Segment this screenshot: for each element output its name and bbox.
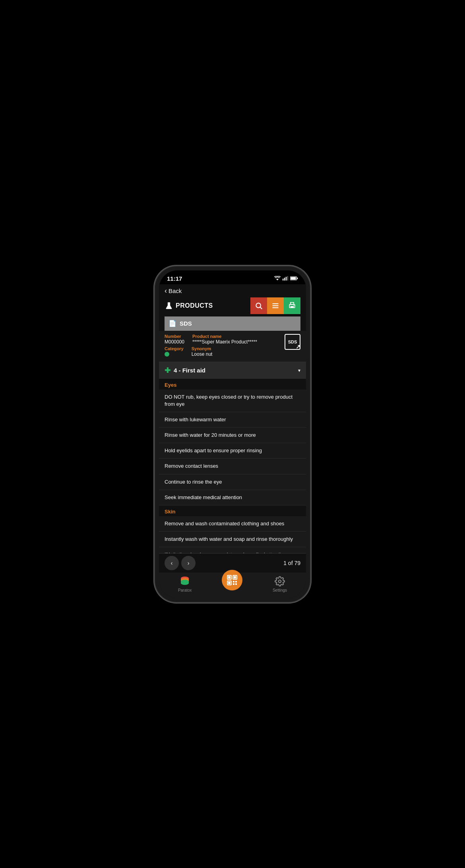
paratox-tab-label: Paratox <box>178 588 192 592</box>
list-item: Rinse with water for 20 minutes or more <box>159 428 306 443</box>
product-row: Number M000000 Product name *****Super M… <box>165 334 300 359</box>
svg-rect-7 <box>291 277 296 280</box>
product-info: Number M000000 Product name *****Super M… <box>159 331 306 362</box>
category-label: Category <box>165 346 184 351</box>
sds-tab-bar[interactable]: 📄 SDS <box>165 316 300 331</box>
brand-title-text: PRODUCTS <box>176 302 213 309</box>
status-time: 11:17 <box>167 275 182 282</box>
back-label: Back <box>169 287 182 294</box>
svg-line-9 <box>260 307 262 309</box>
category-field: Category <box>165 346 184 357</box>
svg-rect-29 <box>228 582 231 584</box>
list-item: If irritation develops or persist, seek … <box>159 547 306 553</box>
sds-badge-arrow-icon: ↗ <box>296 343 300 350</box>
section-header[interactable]: ✚ 4 - First aid ▾ <box>159 362 306 379</box>
print-button[interactable] <box>284 297 300 314</box>
flask-icon <box>165 301 173 310</box>
list-item: Rinse with lukewarm water <box>159 412 306 428</box>
status-bar: 11:17 <box>159 270 306 284</box>
qr-icon <box>227 575 238 586</box>
svg-rect-3 <box>286 277 287 280</box>
app-content: ‹ Back PRODUCTS <box>159 284 306 598</box>
category-dot <box>165 352 169 357</box>
category-group: Category Synonym Loose nut <box>165 346 285 357</box>
svg-rect-32 <box>233 583 234 585</box>
svg-rect-25 <box>228 576 231 579</box>
svg-point-34 <box>279 580 281 583</box>
sds-tab-label: SDS <box>180 320 192 327</box>
signal-icon <box>283 276 288 281</box>
header: ‹ Back PRODUCTS <box>159 284 306 331</box>
sds-badge: SDS ↗ <box>285 334 300 350</box>
menu-button[interactable] <box>267 297 284 314</box>
svg-rect-4 <box>287 276 288 281</box>
bottom-nav-bar: ‹ › 1 of 79 <box>159 553 306 598</box>
top-bar: PRODUCTS <box>165 297 300 314</box>
wifi-icon <box>274 276 281 281</box>
list-item: Remove contact lenses <box>159 459 306 474</box>
number-label: Number <box>165 334 184 339</box>
toolbar-buttons <box>250 297 300 314</box>
svg-point-16 <box>293 305 294 306</box>
svg-rect-6 <box>297 278 298 279</box>
section-title-text: 4 - First aid <box>174 367 205 374</box>
list-item: DO NOT rub, keep eyes closed or try to r… <box>159 390 306 412</box>
bottom-tabs: Paratox <box>159 573 306 598</box>
settings-tab-label: Settings <box>273 588 287 592</box>
qr-fab-button[interactable] <box>222 570 242 590</box>
search-button[interactable] <box>250 297 267 314</box>
svg-rect-15 <box>291 306 294 307</box>
eyes-category-label: Eyes <box>159 379 306 390</box>
menu-icon <box>271 302 279 310</box>
product-fields: Number M000000 Product name *****Super M… <box>165 334 285 359</box>
synonym-label: Synonym <box>192 346 213 351</box>
svg-rect-27 <box>234 576 236 579</box>
product-name-field: Product name *****Super Maerix Product**… <box>192 334 257 345</box>
svg-rect-31 <box>235 581 237 583</box>
page-count: 1 of 79 <box>283 560 300 566</box>
list-item: Seek immediate medical attention <box>159 490 306 505</box>
svg-rect-33 <box>235 583 237 585</box>
plus-icon: ✚ <box>165 366 170 375</box>
svg-marker-0 <box>276 279 279 280</box>
list-item: Instantly wash with water and soap and r… <box>159 532 306 547</box>
settings-tab[interactable]: Settings <box>273 576 287 592</box>
svg-rect-2 <box>284 278 285 280</box>
svg-point-23 <box>181 582 189 585</box>
product-name-label: Product name <box>192 334 257 339</box>
synonym-value: Loose nut <box>192 351 213 357</box>
document-icon: 📄 <box>169 320 176 327</box>
product-name-value: *****Super Maerix Product***** <box>192 339 257 345</box>
search-icon <box>255 302 263 310</box>
list-item: Remove and wash contaminated clothing an… <box>159 516 306 532</box>
number-value: M000000 <box>165 339 184 345</box>
database-stack-icon <box>179 576 190 587</box>
svg-rect-14 <box>291 302 294 304</box>
list-item: Hold eyelids apart to ensure proper rins… <box>159 443 306 459</box>
dropdown-arrow-icon: ▾ <box>298 368 300 373</box>
next-icon: › <box>188 560 190 566</box>
pagination-buttons: ‹ › <box>165 556 196 570</box>
svg-rect-1 <box>283 279 283 281</box>
print-icon <box>288 302 296 310</box>
section-title: ✚ 4 - First aid <box>165 366 205 375</box>
back-button[interactable]: ‹ Back <box>165 287 300 295</box>
scrollable-content: Eyes DO NOT rub, keep eyes closed or try… <box>159 379 306 553</box>
status-icons <box>274 276 298 281</box>
paratox-tab[interactable]: Paratox <box>178 576 192 592</box>
svg-point-8 <box>256 303 261 308</box>
synonym-field: Synonym Loose nut <box>192 346 213 357</box>
product-number-group: Number M000000 Product name *****Super M… <box>165 334 285 345</box>
battery-icon <box>290 276 298 281</box>
back-chevron-icon: ‹ <box>165 287 167 295</box>
svg-rect-30 <box>233 581 234 583</box>
gear-icon <box>275 576 285 586</box>
next-page-button[interactable]: › <box>181 556 196 570</box>
number-field: Number M000000 <box>165 334 184 345</box>
prev-icon: ‹ <box>171 560 173 566</box>
skin-category-label: Skin <box>159 505 306 516</box>
list-item: Continue to rinse the eye <box>159 475 306 490</box>
brand-title: PRODUCTS <box>165 301 213 310</box>
prev-page-button[interactable]: ‹ <box>165 556 179 570</box>
settings-icon <box>274 576 285 587</box>
